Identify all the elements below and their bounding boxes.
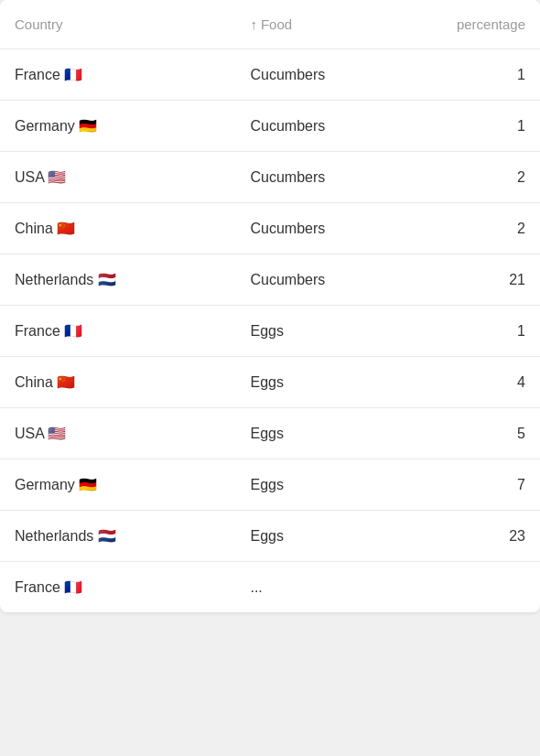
cell-country: Germany 🇩🇪 bbox=[0, 459, 235, 511]
column-header-country[interactable]: Country bbox=[0, 0, 235, 49]
cell-food: Cucumbers bbox=[235, 101, 407, 152]
cell-percentage: 5 bbox=[407, 408, 540, 459]
cell-percentage: 1 bbox=[407, 49, 540, 101]
cell-food: Eggs bbox=[235, 357, 407, 408]
food-table: Country ↑Food percentage France 🇫🇷Cucumb… bbox=[0, 0, 540, 612]
cell-percentage: 7 bbox=[407, 459, 540, 511]
data-table: Country ↑Food percentage France 🇫🇷Cucumb… bbox=[0, 0, 540, 612]
percentage-header-label: percentage bbox=[457, 16, 525, 32]
food-header-label: Food bbox=[261, 16, 292, 32]
cell-food: Eggs bbox=[235, 306, 407, 357]
column-header-food[interactable]: ↑Food bbox=[235, 0, 407, 49]
table-row: France 🇫🇷... bbox=[0, 562, 540, 613]
table-header-row: Country ↑Food percentage bbox=[0, 0, 540, 49]
table-row: Netherlands 🇳🇱Cucumbers21 bbox=[0, 254, 540, 306]
cell-percentage: 1 bbox=[407, 306, 540, 357]
column-header-percentage[interactable]: percentage bbox=[407, 0, 540, 49]
cell-food: Eggs bbox=[235, 511, 407, 562]
country-header-label: Country bbox=[15, 16, 63, 32]
cell-country: France 🇫🇷 bbox=[0, 306, 235, 357]
cell-percentage: 2 bbox=[407, 152, 540, 203]
cell-food: ... bbox=[235, 562, 407, 613]
table-row: Germany 🇩🇪Cucumbers1 bbox=[0, 101, 540, 152]
cell-percentage: 21 bbox=[407, 254, 540, 306]
cell-country: France 🇫🇷 bbox=[0, 49, 235, 101]
table-scroll-area[interactable]: Country ↑Food percentage France 🇫🇷Cucumb… bbox=[0, 0, 540, 612]
cell-food: Cucumbers bbox=[235, 152, 407, 203]
cell-country: China 🇨🇳 bbox=[0, 357, 235, 408]
cell-percentage: 1 bbox=[407, 101, 540, 152]
cell-percentage bbox=[407, 562, 540, 613]
table-row: China 🇨🇳Cucumbers2 bbox=[0, 203, 540, 254]
table-row: France 🇫🇷Cucumbers1 bbox=[0, 49, 540, 101]
cell-country: Germany 🇩🇪 bbox=[0, 101, 235, 152]
cell-percentage: 23 bbox=[407, 511, 540, 562]
cell-food: Cucumbers bbox=[235, 49, 407, 101]
cell-food: Cucumbers bbox=[235, 254, 407, 306]
cell-country: Netherlands 🇳🇱 bbox=[0, 254, 235, 306]
cell-food: Eggs bbox=[235, 408, 407, 459]
cell-country: China 🇨🇳 bbox=[0, 203, 235, 254]
cell-country: USA 🇺🇸 bbox=[0, 152, 235, 203]
cell-country: USA 🇺🇸 bbox=[0, 408, 235, 459]
table-row: USA 🇺🇸Cucumbers2 bbox=[0, 152, 540, 203]
cell-percentage: 4 bbox=[407, 357, 540, 408]
table-row: USA 🇺🇸Eggs5 bbox=[0, 408, 540, 459]
table-row: Netherlands 🇳🇱Eggs23 bbox=[0, 511, 540, 562]
table-row: China 🇨🇳Eggs4 bbox=[0, 357, 540, 408]
table-row: France 🇫🇷Eggs1 bbox=[0, 306, 540, 357]
table-row: Germany 🇩🇪Eggs7 bbox=[0, 459, 540, 511]
cell-food: Eggs bbox=[235, 459, 407, 511]
food-sort-arrow: ↑ bbox=[250, 16, 257, 32]
cell-country: Netherlands 🇳🇱 bbox=[0, 511, 235, 562]
cell-country: France 🇫🇷 bbox=[0, 562, 235, 613]
cell-percentage: 2 bbox=[407, 203, 540, 254]
cell-food: Cucumbers bbox=[235, 203, 407, 254]
